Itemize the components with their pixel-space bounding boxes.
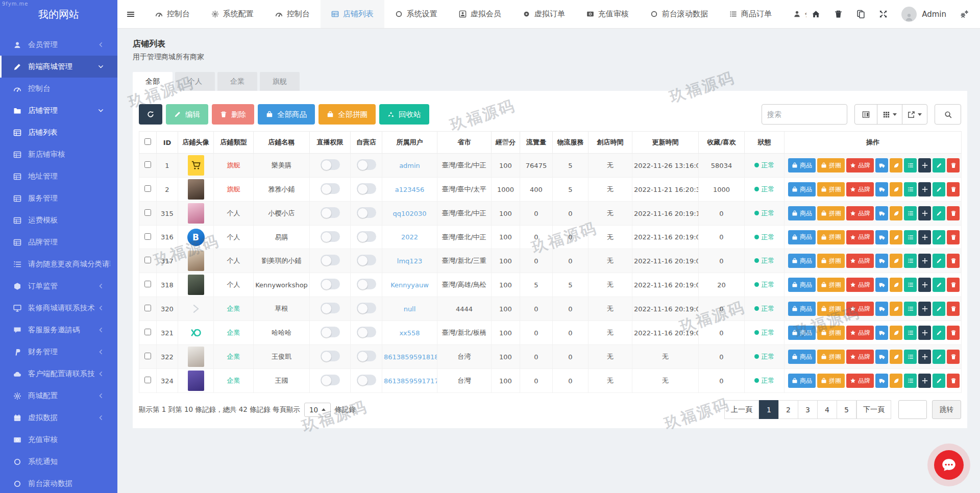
nav-tab[interactable]: 控制台 xyxy=(264,0,321,28)
owner-link[interactable]: 8613859591818 xyxy=(384,353,437,361)
refresh-button[interactable] xyxy=(139,104,162,125)
action-move-button[interactable] xyxy=(918,254,931,268)
self-operated-toggle[interactable] xyxy=(357,279,376,289)
fullscreen-icon[interactable] xyxy=(879,10,888,18)
action-delete-button[interactable] xyxy=(947,158,960,172)
action-logistics-button[interactable] xyxy=(875,350,888,364)
self-operated-toggle[interactable] xyxy=(357,183,376,194)
trash-icon[interactable] xyxy=(834,10,843,18)
action-delete-button[interactable] xyxy=(947,230,960,244)
nav-tab[interactable]: 充值审核 xyxy=(576,0,640,28)
action-edit-button[interactable] xyxy=(933,230,945,244)
export-button[interactable] xyxy=(902,104,927,125)
action-logistics-button[interactable] xyxy=(875,206,888,220)
action-list-button[interactable] xyxy=(904,206,917,220)
action-list-button[interactable] xyxy=(904,230,917,244)
action-leaf-button[interactable] xyxy=(890,206,902,220)
live-permission-toggle[interactable] xyxy=(321,231,340,242)
action-move-button[interactable] xyxy=(918,302,931,316)
jump-page-input[interactable] xyxy=(898,400,927,419)
action-delete-button[interactable] xyxy=(947,302,960,316)
action-brand-button[interactable]: 品牌 xyxy=(846,182,874,196)
row-checkbox[interactable] xyxy=(144,353,151,359)
nav-tab[interactable]: 系统设置 xyxy=(384,0,448,28)
search-button[interactable] xyxy=(935,104,961,125)
action-list-button[interactable] xyxy=(904,350,917,364)
edit-button[interactable]: 编辑 xyxy=(166,104,208,125)
action-logistics-button[interactable] xyxy=(875,326,888,340)
action-move-button[interactable] xyxy=(918,350,931,364)
action-goods-button[interactable]: 商品 xyxy=(788,326,816,340)
columns-button[interactable] xyxy=(877,104,902,125)
nav-tab[interactable]: 商品订单 xyxy=(719,0,782,28)
action-list-button[interactable] xyxy=(904,278,917,292)
sidebar-item[interactable]: 店铺管理 xyxy=(0,100,117,121)
action-logistics-button[interactable] xyxy=(875,254,888,268)
sidebar-item[interactable]: 会员管理 xyxy=(0,34,117,56)
nav-tab[interactable]: 会员管理 xyxy=(782,0,806,28)
self-operated-toggle[interactable] xyxy=(357,207,376,218)
row-checkbox[interactable] xyxy=(144,305,151,311)
self-operated-toggle[interactable] xyxy=(357,351,376,361)
action-list-button[interactable] xyxy=(904,302,917,316)
action-goods-button[interactable]: 商品 xyxy=(788,278,816,292)
live-permission-toggle[interactable] xyxy=(321,375,340,385)
filter-tab[interactable]: 旗舰 xyxy=(260,72,300,91)
nav-tab[interactable]: 店铺列表 xyxy=(321,0,384,28)
action-move-button[interactable] xyxy=(918,278,931,292)
select-all-checkbox[interactable] xyxy=(144,138,151,145)
action-move-button[interactable] xyxy=(918,158,931,172)
live-permission-toggle[interactable] xyxy=(321,159,340,170)
home-icon[interactable] xyxy=(812,10,820,18)
action-group-button[interactable]: 拼團 xyxy=(817,374,845,388)
action-move-button[interactable] xyxy=(918,326,931,340)
action-goods-button[interactable]: 商品 xyxy=(788,230,816,244)
row-checkbox[interactable] xyxy=(144,257,151,263)
action-move-button[interactable] xyxy=(918,230,931,244)
action-delete-button[interactable] xyxy=(947,278,960,292)
filter-tab[interactable]: 全部 xyxy=(133,72,173,91)
action-goods-button[interactable]: 商品 xyxy=(788,206,816,220)
action-edit-button[interactable] xyxy=(933,278,945,292)
action-logistics-button[interactable] xyxy=(875,278,888,292)
page-number-button[interactable]: 5 xyxy=(837,400,856,419)
page-number-button[interactable]: 4 xyxy=(817,400,837,419)
owner-link[interactable]: null xyxy=(404,305,416,313)
filter-tab[interactable]: 企業 xyxy=(217,72,257,91)
row-checkbox[interactable] xyxy=(144,233,151,240)
owner-link[interactable]: Kennyyauw xyxy=(390,281,429,289)
action-delete-button[interactable] xyxy=(947,254,960,268)
action-list-button[interactable] xyxy=(904,326,917,340)
action-delete-button[interactable] xyxy=(947,206,960,220)
live-permission-toggle[interactable] xyxy=(321,207,340,218)
action-list-button[interactable] xyxy=(904,158,917,172)
sidebar-item[interactable]: 品牌管理 xyxy=(0,231,117,253)
row-checkbox[interactable] xyxy=(144,329,151,335)
row-checkbox[interactable] xyxy=(144,209,151,216)
search-input[interactable] xyxy=(762,104,847,125)
action-leaf-button[interactable] xyxy=(890,254,902,268)
action-goods-button[interactable]: 商品 xyxy=(788,158,816,172)
action-edit-button[interactable] xyxy=(933,302,945,316)
action-brand-button[interactable]: 品牌 xyxy=(846,206,874,220)
owner-link[interactable]: a123456 xyxy=(395,186,425,193)
nav-tab[interactable]: 系统配置 xyxy=(201,0,264,28)
owner-link[interactable]: xx558 xyxy=(399,329,420,337)
action-list-button[interactable] xyxy=(904,182,917,196)
page-size-select[interactable]: 10 xyxy=(304,403,331,417)
live-permission-toggle[interactable] xyxy=(321,255,340,265)
self-operated-toggle[interactable] xyxy=(357,375,376,385)
action-brand-button[interactable]: 品牌 xyxy=(846,302,874,316)
filter-tab[interactable]: 个人 xyxy=(175,72,215,91)
action-group-button[interactable]: 拼團 xyxy=(817,326,845,340)
owner-link[interactable]: lmq123 xyxy=(397,257,422,265)
action-delete-button[interactable] xyxy=(947,374,960,388)
action-goods-button[interactable]: 商品 xyxy=(788,254,816,268)
nav-tab[interactable]: 控制台 xyxy=(144,0,201,28)
owner-link[interactable]: 2022 xyxy=(401,233,418,241)
action-leaf-button[interactable] xyxy=(890,374,902,388)
sidebar-item[interactable]: 商城配置 xyxy=(0,385,117,407)
live-permission-toggle[interactable] xyxy=(321,183,340,194)
action-goods-button[interactable]: 商品 xyxy=(788,350,816,364)
sidebar-item[interactable]: 前台滚动数据 xyxy=(0,473,117,493)
